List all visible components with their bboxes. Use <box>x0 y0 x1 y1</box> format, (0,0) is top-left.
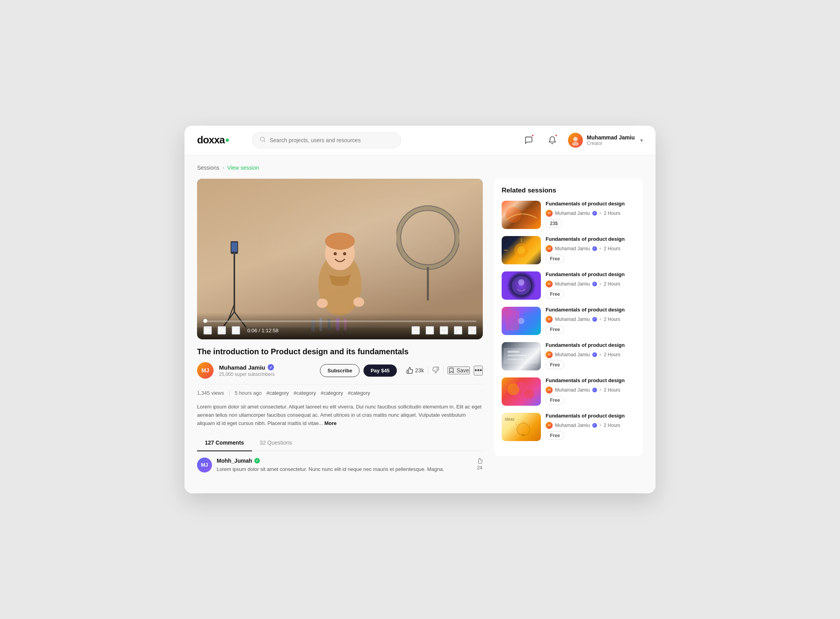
session-title-3: Fundamentals of product design <box>546 271 635 278</box>
meta-divider1: | <box>229 390 230 396</box>
time-ago: 5 hours ago <box>235 390 262 396</box>
svg-line-40 <box>469 331 471 333</box>
session-thumbnail-5 <box>502 342 541 370</box>
divider2 <box>443 366 444 374</box>
session-price-3[interactable]: Free <box>546 290 564 299</box>
session-thumbnail-6 <box>502 377 541 406</box>
session-author-2: Muhamad Jamiu <box>555 246 590 251</box>
svg-point-42 <box>506 207 521 223</box>
session-card-5[interactable]: Fundamentals of product design M Muhamad… <box>502 342 635 370</box>
session-thumbnail-4 <box>502 307 541 335</box>
hashtag-4[interactable]: #category <box>348 390 370 396</box>
messages-button[interactable] <box>521 132 537 148</box>
creator-verified-badge: ✓ <box>268 364 274 370</box>
notifications-badge <box>555 134 558 137</box>
user-menu[interactable]: Muhammad Jamiu Creator ▾ <box>568 133 643 148</box>
session-price-4[interactable]: Free <box>546 325 564 334</box>
play-button[interactable] <box>203 326 212 335</box>
svg-rect-53 <box>508 355 527 356</box>
session-price-7[interactable]: Free <box>546 431 564 440</box>
svg-point-3 <box>572 142 579 146</box>
session-info-7: Fundamentals of product design M Muhamad… <box>546 413 635 441</box>
view-count: 1,345 views <box>197 390 224 396</box>
session-duration-4: 2 Hours <box>604 317 620 322</box>
session-author-5: Muhamad Jamiu <box>555 352 590 357</box>
session-meta-3: M Muhamad Jamiu ✓ • 2 Hours <box>546 280 635 288</box>
controls-row: 0:06 / 1:12:58 <box>203 326 477 335</box>
progress-bar[interactable] <box>203 320 477 322</box>
session-thumbnail-2 <box>502 236 541 264</box>
hashtag-1[interactable]: #category <box>267 390 289 396</box>
comment-verified-badge: ✓ <box>254 458 260 463</box>
svg-rect-49 <box>523 313 537 328</box>
hashtag-3[interactable]: #category <box>321 390 343 396</box>
skip-button[interactable] <box>217 326 226 335</box>
svg-line-39 <box>473 328 475 330</box>
svg-line-63 <box>529 424 531 425</box>
search-bar[interactable] <box>252 132 401 148</box>
session-duration-2: 2 Hours <box>604 246 620 251</box>
breadcrumb-separator: › <box>223 165 224 170</box>
save-button[interactable]: Save <box>447 366 470 374</box>
svg-marker-29 <box>220 328 223 333</box>
breadcrumb: Sessions › View session <box>197 165 643 171</box>
session-price-2[interactable]: Free <box>546 255 564 263</box>
svg-rect-48 <box>506 311 519 330</box>
session-thumbnail-7: Ideas <box>502 413 541 441</box>
creator-subs: 25,000 super subscrinbers <box>219 372 314 377</box>
controls-right <box>411 326 477 335</box>
svg-point-43 <box>519 209 539 224</box>
svg-rect-36 <box>441 328 447 333</box>
session-info-2: Fundamentals of product design M Muhamad… <box>546 236 635 264</box>
logo[interactable]: doxxa <box>197 134 244 146</box>
session-price-1[interactable]: 23$ <box>546 219 562 228</box>
session-card-4[interactable]: Fundamentals of product design M Muhamad… <box>502 307 635 335</box>
session-price-6[interactable]: Free <box>546 396 564 405</box>
session-author-6: Muhamad Jamiu <box>555 387 590 393</box>
session-meta-1: M Muhamad Jamiu ✓ • 2 Hours <box>546 210 635 217</box>
svg-point-18 <box>343 252 346 255</box>
session-card-7[interactable]: Ideas Fundamentals of product design <box>502 413 635 441</box>
pay-button[interactable]: Pay $45 <box>363 364 396 377</box>
session-card-1[interactable]: Fundamentals of product design M Muhamad… <box>502 201 635 229</box>
more-options-button[interactable]: ••• <box>474 366 483 375</box>
notifications-button[interactable] <box>544 132 560 148</box>
pip-button[interactable] <box>454 326 462 335</box>
dislike-button[interactable] <box>432 366 439 375</box>
session-card-2[interactable]: Fundamentals of product design M Muhamad… <box>502 236 635 264</box>
video-description: Lorem ipsum dolor sit amet consectetur. … <box>197 403 483 427</box>
captions-button[interactable] <box>411 326 420 335</box>
comment-likes[interactable]: 24 <box>477 458 483 473</box>
like-count[interactable]: 23k <box>406 367 424 374</box>
volume-button[interactable] <box>232 326 240 335</box>
session-meta-5: M Muhamad Jamiu ✓ • 2 Hours <box>546 351 635 358</box>
svg-point-56 <box>524 389 534 399</box>
hashtag-2[interactable]: #category <box>294 390 316 396</box>
video-player[interactable]: 0:06 / 1:12:58 <box>197 179 483 340</box>
tab-comments[interactable]: 127 Comments <box>197 435 252 451</box>
session-card-3[interactable]: Fundamentals of product design M Muhamad… <box>502 271 635 300</box>
session-price-5[interactable]: Free <box>546 361 564 369</box>
search-input[interactable] <box>270 137 394 143</box>
session-thumbnail-3 <box>502 271 541 300</box>
creator-row: MJ Muhamad Jamiu ✓ 25,000 super subscrin… <box>197 362 483 379</box>
settings-button[interactable] <box>425 326 434 335</box>
theater-button[interactable] <box>440 326 448 335</box>
session-thumbnail-1 <box>502 201 541 229</box>
session-author-3: Muhamad Jamiu <box>555 281 590 287</box>
fullscreen-button[interactable] <box>468 326 477 335</box>
session-info-5: Fundamentals of product design M Muhamad… <box>546 342 635 370</box>
svg-point-57 <box>517 381 525 389</box>
session-author-avatar-5: M <box>546 351 553 358</box>
session-author-avatar-4: M <box>546 316 553 323</box>
svg-point-2 <box>573 137 577 141</box>
more-link[interactable]: More <box>324 420 336 426</box>
breadcrumb-sessions[interactable]: Sessions <box>197 165 219 171</box>
session-card-6[interactable]: Fundamentals of product design M Muhamad… <box>502 377 635 406</box>
creator-details: Muhamad Jamiu ✓ 25,000 super subscrinber… <box>219 364 314 377</box>
subscribe-button[interactable]: Subscribe <box>320 364 360 377</box>
tab-questions[interactable]: 32 Questions <box>252 435 300 451</box>
main-content: Sessions › View session <box>184 155 656 493</box>
svg-rect-32 <box>413 329 419 332</box>
svg-point-47 <box>518 279 524 286</box>
